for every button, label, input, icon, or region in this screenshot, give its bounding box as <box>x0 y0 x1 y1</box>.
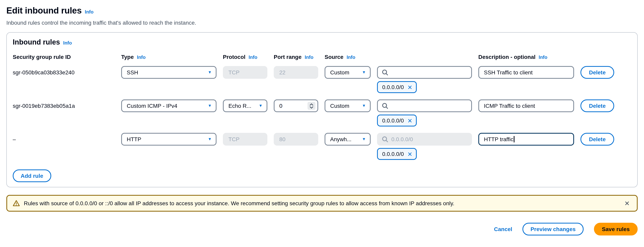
type-select[interactable]: HTTP ▼ <box>121 133 216 146</box>
rule-id-text: sgr-050b9ca03b833e240 <box>13 66 115 79</box>
description-input-focused[interactable]: HTTP traffic <box>478 133 574 146</box>
column-header-row: Security group rule ID TypeInfo Protocol… <box>13 54 631 60</box>
page-header: Edit inbound rules Info <box>6 6 638 16</box>
rule-id-text: – <box>13 133 115 146</box>
source-cell: 0.0.0.0/0 ✕ <box>377 99 472 126</box>
source-cell: 0.0.0.0/0 ✕ <box>377 133 472 160</box>
source-token-chip: 0.0.0.0/0 ✕ <box>377 81 417 93</box>
chevron-down-icon: ▼ <box>362 137 366 141</box>
source-token-chip: 0.0.0.0/0 ✕ <box>377 115 417 126</box>
port-range-field-disabled: 22 <box>274 66 318 79</box>
rule-row-http: – HTTP ▼ TCP 80 Anywh... ▼ <box>13 133 631 161</box>
source-token-chip: 0.0.0.0/0 ✕ <box>377 148 417 160</box>
delete-button[interactable]: Delete <box>580 99 614 112</box>
chip-value: 0.0.0.0/0 <box>382 84 404 90</box>
description-info-link[interactable]: Info <box>539 55 548 60</box>
description-input[interactable]: SSH Traffic to client <box>478 66 574 79</box>
rule-row-ssh: sgr-050b9ca03b833e240 SSH ▼ TCP 22 Custo… <box>13 66 631 94</box>
page-subtitle: Inbound rules control the incoming traff… <box>6 20 638 26</box>
delete-button[interactable]: Delete <box>580 66 614 79</box>
cancel-button[interactable]: Cancel <box>494 226 512 232</box>
add-rule-button[interactable]: Add rule <box>13 169 51 182</box>
remove-token-icon[interactable]: ✕ <box>408 151 412 157</box>
panel-heading-info-link[interactable]: Info <box>63 40 72 46</box>
page-title: Edit inbound rules <box>6 6 82 16</box>
column-protocol: ProtocolInfo <box>223 54 267 60</box>
save-rules-button[interactable]: Save rules <box>594 223 638 235</box>
rule-row-icmp: sgr-0019eb7383eb05a1a Custom ICMP - IPv4… <box>13 99 631 127</box>
chevron-down-icon: ▼ <box>362 104 366 108</box>
protocol-field-disabled: TCP <box>223 133 267 146</box>
text-cursor <box>514 136 514 142</box>
edit-inbound-rules-page: Edit inbound rules Info Inbound rules co… <box>0 0 644 247</box>
source-search-input[interactable] <box>377 99 472 112</box>
port-range-info-link[interactable]: Info <box>305 55 314 60</box>
column-port-range: Port rangeInfo <box>274 54 318 60</box>
delete-button[interactable]: Delete <box>580 133 614 146</box>
remove-token-icon[interactable]: ✕ <box>408 84 412 90</box>
inbound-rules-panel: Inbound rules Info Security group rule I… <box>6 32 638 187</box>
port-range-field-disabled: 80 <box>274 133 318 146</box>
search-icon <box>382 69 388 76</box>
search-icon <box>382 136 388 142</box>
chevron-down-icon: ▼ <box>208 104 212 108</box>
chip-value: 0.0.0.0/0 <box>382 151 404 157</box>
footer-actions: Cancel Preview changes Save rules <box>6 223 638 235</box>
remove-token-icon[interactable]: ✕ <box>408 118 412 124</box>
panel-heading: Inbound rules <box>13 38 60 47</box>
column-rule-id: Security group rule ID <box>13 54 115 60</box>
warning-text: Rules with source of 0.0.0.0/0 or ::/0 a… <box>24 200 619 206</box>
close-icon[interactable]: ✕ <box>623 199 631 208</box>
preview-changes-button[interactable]: Preview changes <box>523 223 584 235</box>
port-range-stepper[interactable]: 0 <box>274 99 318 112</box>
type-info-link[interactable]: Info <box>137 55 146 60</box>
source-search-input-disabled <box>377 133 472 146</box>
column-type: TypeInfo <box>121 54 216 60</box>
warning-icon <box>13 200 20 207</box>
source-search-input[interactable] <box>377 66 472 79</box>
source-mode-select[interactable]: Anywh... ▼ <box>324 133 371 146</box>
page-title-info-link[interactable]: Info <box>85 9 94 15</box>
chip-value: 0.0.0.0/0 <box>382 117 404 124</box>
type-select[interactable]: SSH ▼ <box>121 66 216 79</box>
protocol-field-disabled: TCP <box>223 66 267 79</box>
rule-id-text: sgr-0019eb7383eb05a1a <box>13 99 115 112</box>
chevron-down-icon: ▼ <box>362 70 366 74</box>
search-icon <box>382 103 388 109</box>
warning-banner: Rules with source of 0.0.0.0/0 or ::/0 a… <box>6 195 638 212</box>
column-source: SourceInfo <box>324 54 371 60</box>
protocol-select[interactable]: Echo R... ▼ <box>223 99 267 112</box>
chevron-down-icon: ▼ <box>208 70 212 74</box>
protocol-info-link[interactable]: Info <box>249 55 258 60</box>
source-info-link[interactable]: Info <box>347 55 355 60</box>
source-cell: 0.0.0.0/0 ✕ <box>377 66 472 93</box>
description-input[interactable]: ICMP Traffic to client <box>478 99 574 112</box>
source-mode-select[interactable]: Custom ▼ <box>324 99 371 112</box>
type-select[interactable]: Custom ICMP - IPv4 ▼ <box>121 99 216 112</box>
column-description: Description - optionalInfo <box>478 54 574 60</box>
chevron-down-icon: ▼ <box>259 104 262 108</box>
source-mode-select[interactable]: Custom ▼ <box>324 66 371 79</box>
spinner-buttons[interactable] <box>308 102 316 110</box>
chevron-down-icon: ▼ <box>208 137 212 141</box>
